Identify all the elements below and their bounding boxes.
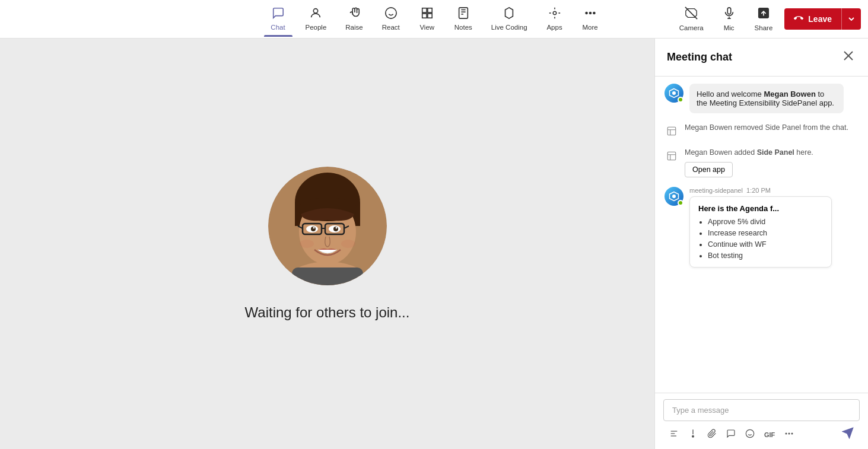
open-app-button[interactable]: Open app (685, 162, 733, 177)
leave-chevron[interactable] (842, 8, 861, 30)
more-tools-button[interactable] (781, 426, 797, 443)
system-text-removed: Megan Bowen removed Side Panel from the … (685, 123, 848, 133)
agenda-item-1: Approve 5% divid (708, 218, 823, 226)
agenda-status-dot (678, 200, 683, 206)
nav-item-livecoding[interactable]: Live Coding (482, 2, 537, 37)
chat-tools: GIF (666, 426, 797, 443)
leave-main: Leave (784, 8, 841, 30)
svg-rect-7 (428, 13, 432, 17)
attach-button[interactable] (704, 426, 720, 443)
urgent-button[interactable] (685, 426, 701, 443)
agenda-list: Approve 5% divid Increase research Conti… (698, 218, 823, 260)
nav-center: Chat People Raise React (260, 2, 608, 37)
nav-item-apps[interactable]: Apps (537, 2, 573, 37)
share-button[interactable]: Share (748, 3, 780, 35)
svg-rect-8 (459, 7, 468, 18)
input-placeholder: Type a message (672, 406, 729, 415)
raise-icon (348, 7, 361, 21)
chat-icon (271, 7, 284, 21)
gif-button[interactable]: GIF (761, 426, 778, 443)
svg-rect-53 (667, 152, 676, 160)
agenda-card-title: Here is the Agenda f... (698, 204, 823, 213)
svg-point-42 (335, 227, 337, 229)
welcome-bubble: Hello and welcome Megan Bowen to the Mee… (689, 84, 844, 113)
message-input-display: Type a message (663, 399, 860, 421)
close-chat-button[interactable] (841, 48, 856, 66)
chat-title: Meeting chat (667, 51, 732, 63)
bot-avatar (664, 84, 683, 103)
svg-point-65 (788, 432, 790, 434)
svg-rect-47 (292, 268, 363, 285)
welcome-text-prefix: Hello and welcome (697, 90, 764, 98)
system-text-added: Megan Bowen added Side Panel here. (685, 148, 813, 158)
svg-point-55 (673, 195, 676, 198)
emoji-button[interactable] (742, 426, 758, 443)
more-icon (584, 7, 597, 21)
agenda-message: meeting-sidepanel 1:20 PM Here is the Ag… (664, 187, 859, 268)
camera-icon (685, 7, 698, 23)
meet-now-button[interactable] (723, 426, 739, 443)
svg-rect-22 (727, 8, 731, 14)
svg-point-1 (386, 7, 396, 18)
system-icon-removed (664, 124, 679, 138)
nav-item-people[interactable]: People (295, 2, 336, 37)
svg-point-0 (314, 8, 318, 12)
chat-panel: Meeting chat Hello and welcome Megan Bow… (654, 39, 868, 449)
svg-point-51 (673, 92, 676, 95)
svg-point-61 (746, 429, 753, 437)
camera-button[interactable]: Camera (672, 3, 711, 35)
notes-label: Notes (454, 24, 472, 31)
view-label: View (419, 24, 434, 31)
agenda-card: Here is the Agenda f... Approve 5% divid… (689, 196, 832, 268)
main-content: Waiting for others to join... Meeting ch… (0, 39, 868, 449)
nav-item-react[interactable]: React (373, 2, 409, 37)
svg-point-13 (553, 11, 557, 15)
svg-rect-52 (667, 127, 676, 135)
react-label: React (382, 24, 400, 31)
notes-icon (457, 7, 470, 21)
agenda-item-4: Bot testing (708, 251, 823, 260)
raise-label: Raise (345, 24, 363, 31)
mic-button[interactable]: Mic (716, 3, 743, 35)
svg-rect-6 (422, 13, 426, 17)
video-area: Waiting for others to join... (0, 39, 654, 449)
view-icon (421, 7, 434, 21)
svg-point-64 (786, 432, 787, 434)
welcome-message: Hello and welcome Megan Bowen to the Mee… (664, 84, 859, 113)
leave-phone-icon (794, 14, 803, 25)
svg-marker-68 (843, 428, 853, 438)
chat-label: Chat (271, 24, 285, 31)
livecoding-icon (503, 7, 516, 21)
agenda-time: 1:20 PM (746, 187, 771, 194)
nav-item-chat[interactable]: Chat (260, 2, 295, 37)
nav-item-view[interactable]: View (409, 2, 445, 37)
camera-label: Camera (679, 24, 704, 31)
chat-input-area: Type a message (655, 393, 868, 449)
format-button[interactable] (666, 426, 682, 443)
apps-label: Apps (546, 24, 562, 31)
people-icon (309, 7, 322, 21)
svg-point-66 (791, 432, 793, 434)
nav-right: Camera Mic Share Leave (672, 3, 868, 35)
waiting-text: Waiting for others to join... (245, 304, 410, 321)
svg-point-44 (341, 240, 355, 248)
top-bar: Chat People Raise React (0, 0, 868, 39)
welcome-bold-name: Megan Bowen (764, 90, 815, 98)
nav-item-notes[interactable]: Notes (445, 2, 482, 37)
svg-point-19 (589, 12, 591, 14)
leave-button[interactable]: Leave (784, 8, 861, 30)
online-status-dot (678, 97, 683, 103)
svg-rect-4 (422, 8, 426, 12)
agenda-meta: meeting-sidepanel 1:20 PM (689, 187, 859, 194)
leave-label: Leave (808, 14, 832, 24)
agenda-item-2: Increase research (708, 229, 823, 237)
send-button[interactable] (838, 425, 857, 444)
nav-item-more[interactable]: More (573, 2, 608, 37)
svg-point-60 (692, 435, 694, 437)
chat-toolbar: GIF (663, 421, 860, 445)
nav-item-raise[interactable]: Raise (336, 2, 372, 37)
chat-messages: Hello and welcome Megan Bowen to the Mee… (655, 77, 868, 393)
more-label: More (582, 24, 597, 31)
agenda-content: meeting-sidepanel 1:20 PM Here is the Ag… (689, 187, 859, 268)
share-icon (757, 7, 770, 23)
